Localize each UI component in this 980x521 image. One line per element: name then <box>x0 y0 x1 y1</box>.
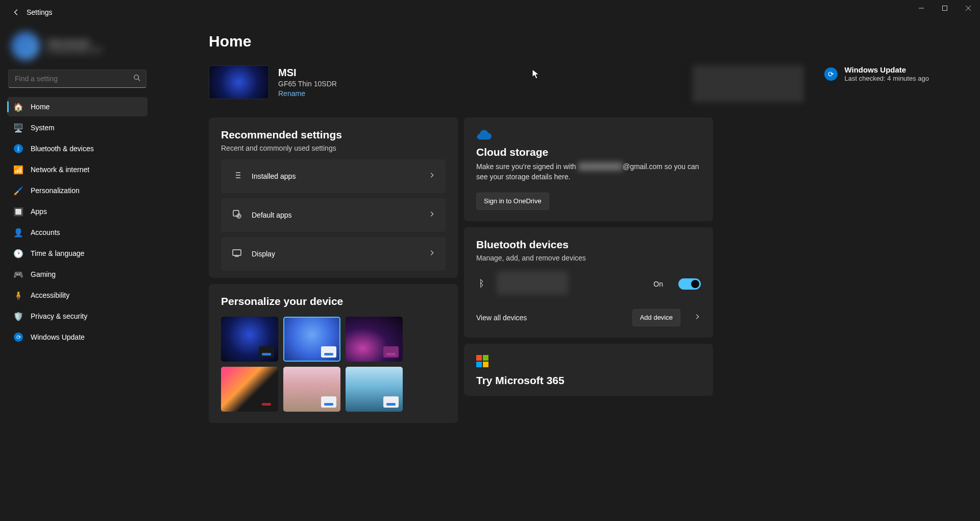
cloud-icon <box>476 129 492 139</box>
theme-option[interactable] <box>283 367 340 412</box>
theme-option[interactable] <box>221 317 278 362</box>
list-icon <box>231 170 242 182</box>
theme-option[interactable] <box>283 317 340 362</box>
accessibility-icon: 🧍 <box>13 290 23 300</box>
sidebar-item-privacy[interactable]: 🛡️ Privacy & security <box>7 306 148 326</box>
minimize-button[interactable] <box>910 0 933 16</box>
bluetooth-toggle[interactable] <box>678 278 701 290</box>
device-model: GF65 Thin 10SDR <box>278 80 337 88</box>
back-button[interactable] <box>6 2 27 22</box>
sidebar-item-time[interactable]: 🕑 Time & language <box>7 244 148 263</box>
sidebar-item-network[interactable]: 📶 Network & internet <box>7 160 148 179</box>
gamepad-icon: 🎮 <box>13 269 23 279</box>
bluetooth-card: Bluetooth devices Manage, add, and remov… <box>464 227 713 338</box>
bluetooth-device-name <box>497 271 643 297</box>
svg-rect-14 <box>233 250 241 255</box>
title-bar: Settings <box>0 0 980 25</box>
recommended-title: Recommended settings <box>221 129 446 141</box>
maximize-button[interactable] <box>933 0 957 16</box>
chevron-right-icon[interactable] <box>694 313 701 322</box>
paintbrush-icon: 🖌️ <box>13 185 23 196</box>
device-thumbnail <box>209 65 269 99</box>
bluetooth-subtitle: Manage, add, and remove devices <box>476 254 701 262</box>
chevron-right-icon <box>428 172 435 181</box>
svg-line-5 <box>138 79 140 81</box>
wifi-icon: 📶 <box>13 164 23 175</box>
sidebar-item-label: Accounts <box>31 228 60 236</box>
chevron-right-icon <box>428 249 435 258</box>
microsoft-logo-icon <box>476 355 488 367</box>
window-controls <box>910 0 980 16</box>
add-device-button[interactable]: Add device <box>632 309 680 326</box>
top-row: MSI GF65 Thin 10SDR Rename ⟳ Windows Upd… <box>209 65 929 102</box>
search-icon[interactable] <box>133 74 140 83</box>
chevron-right-icon <box>428 210 435 220</box>
sidebar-item-accessibility[interactable]: 🧍 Accessibility <box>7 286 148 305</box>
sidebar: User Account user@example.com 🏠 Home 🖥️ … <box>0 25 156 521</box>
svg-point-4 <box>134 75 139 80</box>
sidebar-item-label: Bluetooth & devices <box>31 145 94 153</box>
sidebar-item-label: Accessibility <box>31 291 69 299</box>
sidebar-item-label: System <box>31 124 55 132</box>
row-label: Installed apps <box>252 172 419 180</box>
sign-in-onedrive-button[interactable]: Sign in to OneDrive <box>476 193 549 210</box>
theme-option[interactable] <box>221 367 278 412</box>
device-block: MSI GF65 Thin 10SDR Rename <box>209 65 337 99</box>
row-label: Default apps <box>252 211 419 219</box>
bluetooth-title: Bluetooth devices <box>476 239 701 251</box>
user-email: user@example.com <box>47 46 102 54</box>
cloud-title: Cloud storage <box>476 146 701 158</box>
sidebar-item-label: Personalization <box>31 186 80 195</box>
cloud-storage-card: Cloud storage Make sure you're signed in… <box>464 117 713 221</box>
sidebar-item-bluetooth[interactable]: ᛒ Bluetooth & devices <box>7 139 148 158</box>
avatar <box>11 32 40 60</box>
theme-grid <box>221 317 446 412</box>
sync-icon: ⟳ <box>13 332 23 342</box>
sidebar-item-label: Network & internet <box>31 165 89 174</box>
sidebar-item-label: Gaming <box>31 270 56 278</box>
content: Home MSI GF65 Thin 10SDR Rename ⟳ Window… <box>156 25 980 521</box>
search-box <box>8 69 146 88</box>
theme-option[interactable] <box>346 367 403 412</box>
device-name: MSI <box>278 67 337 79</box>
bluetooth-state-label: On <box>653 280 663 288</box>
person-icon: 👤 <box>13 227 23 238</box>
recommended-item-display[interactable]: Display <box>221 237 446 271</box>
sidebar-item-personalization[interactable]: 🖌️ Personalization <box>7 181 148 200</box>
theme-option[interactable] <box>346 317 403 362</box>
sidebar-item-label: Privacy & security <box>31 312 87 320</box>
apps-icon: 🔲 <box>13 206 23 217</box>
shield-icon: 🛡️ <box>13 311 23 321</box>
sidebar-item-gaming[interactable]: 🎮 Gaming <box>7 265 148 284</box>
sidebar-item-home[interactable]: 🏠 Home <box>7 97 148 116</box>
svg-rect-1 <box>943 6 947 11</box>
m365-card: Try Microsoft 365 <box>464 344 713 396</box>
app-title: Settings <box>27 8 53 16</box>
sidebar-item-update[interactable]: ⟳ Windows Update <box>7 327 148 347</box>
sidebar-item-label: Windows Update <box>31 333 85 341</box>
view-all-devices-link[interactable]: View all devices <box>476 314 622 322</box>
sync-icon: ⟳ <box>824 67 838 81</box>
search-input[interactable] <box>8 69 146 88</box>
sidebar-item-accounts[interactable]: 👤 Accounts <box>7 223 148 242</box>
row-label: Display <box>252 250 419 258</box>
user-card[interactable]: User Account user@example.com <box>7 29 148 67</box>
m365-title: Try Microsoft 365 <box>476 374 701 387</box>
page-title: Home <box>209 33 929 50</box>
bluetooth-icon: ᛒ <box>13 144 23 154</box>
recommended-card: Recommended settings Recent and commonly… <box>209 117 458 278</box>
system-icon: 🖥️ <box>13 123 23 133</box>
sidebar-item-label: Home <box>31 103 50 111</box>
default-apps-icon <box>231 209 242 221</box>
cloud-description: Make sure you're signed in with ████████… <box>476 161 701 182</box>
close-button[interactable] <box>957 0 980 16</box>
clock-icon: 🕑 <box>13 248 23 258</box>
update-title: Windows Update <box>845 65 929 74</box>
sidebar-item-apps[interactable]: 🔲 Apps <box>7 202 148 221</box>
sidebar-item-system[interactable]: 🖥️ System <box>7 118 148 137</box>
recommended-item-default-apps[interactable]: Default apps <box>221 198 446 232</box>
recommended-item-installed-apps[interactable]: Installed apps <box>221 159 446 193</box>
windows-update-block[interactable]: ⟳ Windows Update Last checked: 4 minutes… <box>824 65 929 82</box>
rename-link[interactable]: Rename <box>278 89 337 98</box>
sidebar-item-label: Apps <box>31 207 47 216</box>
